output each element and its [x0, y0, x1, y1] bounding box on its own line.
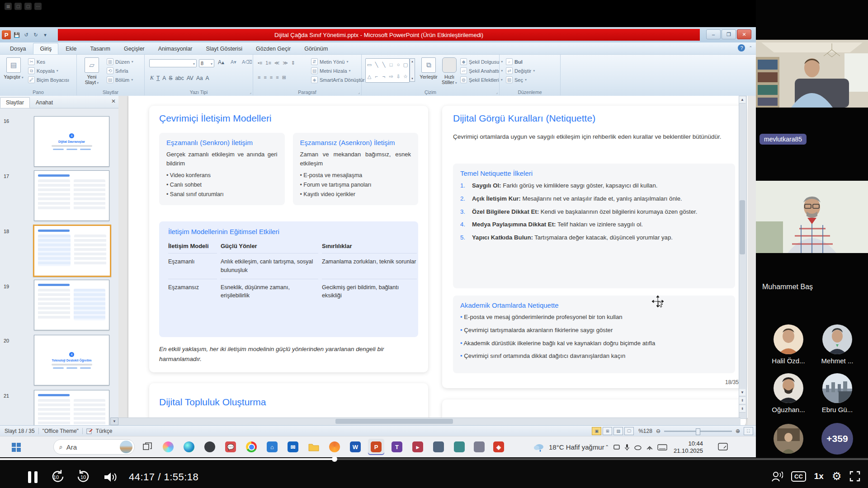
- paragraph-button[interactable]: ≪: [274, 60, 280, 66]
- powerpoint-icon[interactable]: P: [368, 439, 384, 455]
- app-icon-16[interactable]: [451, 439, 467, 455]
- shape-icon[interactable]: ▢: [403, 62, 408, 68]
- find-button[interactable]: ⌕Bul: [506, 58, 535, 65]
- slide-thumbnail-17[interactable]: [34, 170, 109, 221]
- font-name-combo[interactable]: [149, 59, 197, 67]
- close-button[interactable]: ✕: [737, 29, 751, 39]
- copilot-icon[interactable]: [160, 439, 176, 455]
- forward-10-button[interactable]: 10: [76, 469, 92, 485]
- slide-page[interactable]: Çevrimiçi İletişim Modelleri Eşzamanlı (…: [128, 96, 748, 418]
- cloud-icon[interactable]: [634, 444, 642, 450]
- participant-video-1[interactable]: [756, 40, 868, 108]
- word-icon[interactable]: W: [347, 439, 363, 455]
- redo-icon[interactable]: ↻: [32, 31, 39, 38]
- fit-to-window-icon[interactable]: ⛶: [744, 427, 753, 435]
- font-style-button[interactable]: K: [150, 75, 154, 81]
- microphone-icon[interactable]: [624, 444, 630, 451]
- zoom-slider[interactable]: [664, 431, 732, 432]
- align-button[interactable]: ⊞: [282, 75, 286, 80]
- font-style-button[interactable]: S: [169, 75, 172, 81]
- shape-icon[interactable]: ╲: [382, 62, 386, 68]
- maximize-button[interactable]: ❐: [722, 29, 736, 39]
- store-app-icon[interactable]: ⌂: [264, 439, 280, 455]
- cut-button[interactable]: ✂Kes: [28, 58, 69, 65]
- grid-icon[interactable]: ▦: [5, 3, 12, 10]
- font-style-button[interactable]: T: [156, 75, 160, 81]
- ribbon-tab[interactable]: Tasarım: [84, 43, 116, 54]
- shape-icon[interactable]: ¬: [382, 74, 385, 79]
- font-size-combo[interactable]: 8: [199, 59, 214, 67]
- align-button[interactable]: ≡: [264, 75, 266, 80]
- scroll-down-icon[interactable]: ▼: [739, 389, 745, 396]
- zoom-out-icon[interactable]: ⊖: [656, 428, 660, 434]
- participant-video-2[interactable]: [756, 181, 868, 253]
- horizontal-scrollbar[interactable]: [118, 418, 741, 425]
- normal-view-icon[interactable]: ▣: [592, 427, 601, 435]
- volume-icon[interactable]: [104, 471, 117, 483]
- title-bar[interactable]: P 💾 ↺ ↻ ▾ Dijital Çağda Sınıf Yönetimi.p…: [0, 27, 756, 42]
- settings-gear-icon[interactable]: ⚙: [832, 470, 842, 483]
- paragraph-button[interactable]: 1≡: [265, 60, 271, 66]
- shape-icon[interactable]: ⌐: [375, 74, 378, 79]
- playback-speed-button[interactable]: 1x: [814, 471, 824, 481]
- zoom-slider-thumb[interactable]: [696, 428, 700, 435]
- ribbon-tab[interactable]: Geçişler: [118, 43, 151, 54]
- participants-overflow-tile[interactable]: +359: [813, 423, 862, 455]
- progress-knob[interactable]: [332, 456, 337, 462]
- help-icon[interactable]: ?: [738, 44, 745, 52]
- mail-app-icon[interactable]: ✉: [285, 439, 301, 455]
- device-icon[interactable]: [613, 444, 620, 450]
- scroll-up-icon[interactable]: ▲: [739, 96, 745, 103]
- ribbon-tab[interactable]: Giriş: [33, 43, 58, 54]
- app-icon-17[interactable]: [471, 439, 487, 455]
- shape-icon[interactable]: ▭: [367, 62, 372, 68]
- slide-sorter-icon[interactable]: ⊞: [603, 427, 612, 435]
- spellcheck-icon[interactable]: [86, 428, 93, 434]
- shape-icon[interactable]: △: [368, 74, 371, 80]
- next-slide-icon[interactable]: ⇟: [739, 405, 745, 413]
- reading-view-icon[interactable]: ▤: [613, 427, 623, 435]
- participant-avatar-tile[interactable]: Mehmet ...: [813, 324, 862, 365]
- shape-outline-button[interactable]: ▱Şekil Anahattı: [460, 67, 503, 74]
- text-direction-button[interactable]: ⇵Metin Yönü: [311, 58, 368, 65]
- task-view-icon[interactable]: [139, 439, 156, 455]
- paragraph-button[interactable]: •≡: [258, 60, 262, 66]
- notes-app-icon[interactable]: T: [389, 439, 405, 455]
- ribbon-tab[interactable]: Dosya: [4, 43, 32, 54]
- participant-avatar-tile[interactable]: Ebru Gü...: [813, 373, 862, 413]
- browser-app-icon[interactable]: [326, 439, 343, 455]
- keyboard-icon[interactable]: [657, 444, 667, 450]
- new-slide-button[interactable]: ▱ Yeni Slayt: [80, 57, 103, 85]
- pane-scroll-down-icon[interactable]: ▼: [110, 418, 118, 425]
- fullscreen-icon[interactable]: [849, 471, 860, 482]
- network-icon[interactable]: [646, 444, 653, 450]
- closed-captions-button[interactable]: CC: [791, 471, 806, 482]
- ribbon-tab[interactable]: Slayt Gösterisi: [200, 43, 249, 54]
- reset-button[interactable]: ⟲Sıfırla: [107, 67, 133, 74]
- progress-bar[interactable]: [0, 458, 868, 460]
- dialog-launcher-icon[interactable]: ⌟: [358, 90, 360, 94]
- participant-avatar-tile[interactable]: Oğuzhan...: [764, 373, 813, 413]
- shape-icon[interactable]: ⇨: [389, 74, 393, 80]
- layout-button[interactable]: ▥Düzen: [107, 58, 133, 65]
- save-icon[interactable]: 💾: [13, 31, 20, 38]
- shape-icon[interactable]: ⇩: [396, 74, 400, 80]
- app-icon-15[interactable]: [430, 439, 447, 455]
- chrome-icon[interactable]: [243, 439, 259, 455]
- chat-app-icon[interactable]: 💬: [222, 439, 239, 455]
- rewind-10-button[interactable]: 10: [49, 469, 65, 485]
- start-button[interactable]: [12, 443, 21, 452]
- close-pane-icon[interactable]: ✕: [111, 98, 116, 104]
- font-style-button[interactable]: A: [162, 75, 166, 81]
- shape-icon[interactable]: ☆: [403, 74, 408, 80]
- shape-icon[interactable]: ○: [397, 62, 400, 67]
- paragraph-button[interactable]: ≫: [283, 60, 288, 66]
- dialog-launcher-icon[interactable]: ⌟: [496, 90, 498, 94]
- vertical-scrollbar[interactable]: ▲ ▼ ⇞ ⇟: [739, 96, 747, 419]
- shrink-font-icon[interactable]: A▾: [231, 59, 236, 65]
- select-button[interactable]: ▧Seç: [506, 76, 535, 83]
- font-style-button[interactable]: A: [206, 75, 209, 81]
- dialog-launcher-icon[interactable]: ⌟: [250, 90, 251, 94]
- smartart-button[interactable]: ◈SmartArt'a Dönüştür: [311, 76, 368, 83]
- minimize-button[interactable]: –: [706, 29, 721, 39]
